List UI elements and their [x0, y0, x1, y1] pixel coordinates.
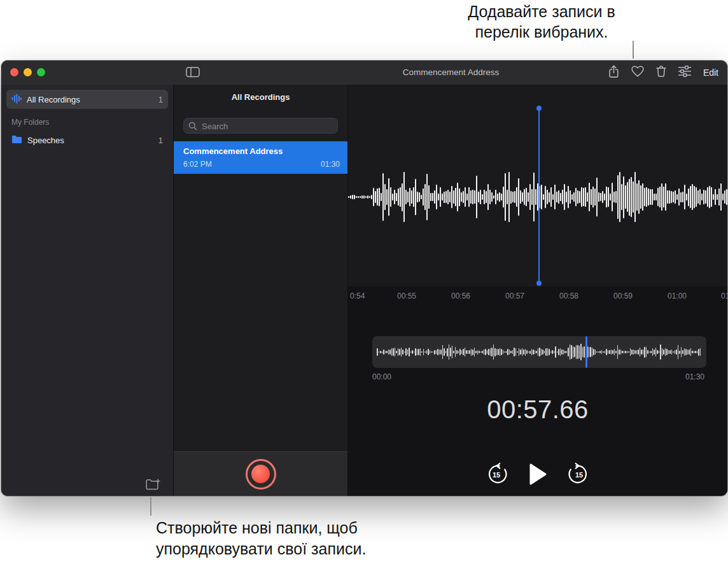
recording-cell[interactable]: Commencement Address 6:02 PM 01:30 [174, 141, 347, 174]
voice-memos-window: Commencement Address [1, 60, 727, 496]
toolbar-actions: Edit [607, 60, 720, 85]
titlebar: Commencement Address [1, 60, 727, 85]
sliders-icon [678, 65, 692, 80]
recordings-list: All Recordings Commencement Address 6:02… [173, 85, 348, 496]
skip-forward-button[interactable]: 15 [568, 463, 591, 488]
callout-favorites-text: Додавайте записи в перелік вибраних. [382, 1, 701, 42]
record-strip [174, 451, 347, 496]
minimize-button[interactable] [24, 68, 32, 76]
callout-folders-line1: Створюйте нові папки, щоб [156, 518, 366, 539]
current-time-display: 00:57.66 [348, 395, 727, 424]
callout-folders-text: Створюйте нові папки, щоб упорядковувати… [156, 518, 366, 560]
svg-text:15: 15 [575, 471, 583, 479]
ruler-tick: 0:54 [350, 292, 365, 300]
adjust-button[interactable] [678, 65, 692, 80]
edit-button[interactable]: Edit [702, 67, 720, 78]
zoom-button[interactable] [37, 68, 45, 76]
share-button[interactable] [607, 64, 620, 81]
ruler-tick: 00:58 [559, 292, 578, 300]
close-button[interactable] [10, 68, 18, 76]
sidebar-item-speeches[interactable]: Speeches 1 [6, 130, 168, 150]
recording-title: Commencement Address [183, 146, 283, 156]
folder-icon [11, 135, 22, 146]
item-count: 1 [158, 95, 163, 104]
delete-button[interactable] [655, 64, 668, 81]
search-field[interactable] [183, 118, 338, 134]
overview-waveform [377, 336, 702, 368]
waveform-panel[interactable] [348, 85, 727, 286]
playback-controls: 15 [348, 460, 727, 491]
window-content: All Recordings 1 My Folders Speeches 1 [1, 85, 727, 496]
playhead[interactable] [538, 108, 540, 284]
skip-back-15-icon: 15 [485, 463, 508, 488]
ruler-tick: 01:00 [668, 292, 687, 300]
record-icon [251, 465, 270, 483]
overview-playhead[interactable] [585, 336, 587, 368]
recording-duration: 01:30 [321, 160, 340, 169]
search-icon [188, 122, 197, 130]
ruler-tick: 01: [721, 292, 727, 300]
sidebar-item-label: Speeches [27, 136, 64, 145]
trash-icon [655, 64, 668, 81]
play-icon [528, 463, 547, 488]
list-header: All Recordings [174, 92, 347, 102]
svg-text:15: 15 [493, 471, 500, 479]
callout-favorites-line2: перелік вибраних. [382, 22, 701, 42]
sidebar-item-label: All Recordings [27, 95, 80, 104]
favorite-button[interactable] [631, 65, 645, 80]
new-folder-button[interactable] [146, 479, 160, 493]
overview-scrubber[interactable] [372, 336, 706, 368]
folders-section-label: My Folders [11, 118, 173, 127]
new-folder-icon [146, 479, 160, 493]
play-button[interactable] [528, 463, 547, 488]
timeline-ruler: 0:5400:5500:5600:5700:5800:5901:0001: [348, 286, 727, 306]
recording-time: 6:02 PM [183, 160, 212, 169]
callout-favorites-line1: Додавайте записи в [382, 1, 701, 22]
callout-favorites-pointer-line [633, 41, 634, 59]
screen: { "callouts": { "top": {"line1": "Додава… [0, 0, 728, 564]
ruler-tick: 00:59 [613, 292, 633, 300]
skip-back-button[interactable]: 15 [485, 463, 508, 488]
callout-folders-pointer-line [150, 497, 151, 516]
item-count: 1 [158, 136, 163, 145]
record-button[interactable] [246, 459, 276, 490]
sidebar: All Recordings 1 My Folders Speeches 1 [1, 85, 173, 496]
share-icon [607, 64, 620, 81]
overview-start-time: 00:00 [372, 372, 391, 381]
overview-times: 00:00 01:30 [372, 372, 704, 381]
ruler-tick: 00:57 [505, 292, 524, 300]
ruler-tick: 00:56 [451, 292, 470, 300]
search-input[interactable] [200, 118, 337, 134]
overview-end-time: 01:30 [685, 372, 704, 381]
heart-icon [631, 65, 645, 80]
callout-folders-line2: упорядковувати свої записи. [156, 539, 366, 560]
waveform-icon [11, 94, 22, 106]
main-waveform [348, 108, 727, 286]
detail-pane: 0:5400:5500:5600:5700:5800:5901:0001: 00… [348, 85, 727, 496]
ruler-tick: 00:55 [397, 292, 416, 300]
skip-forward-15-icon: 15 [568, 463, 591, 488]
sidebar-item-all-recordings[interactable]: All Recordings 1 [6, 90, 168, 109]
